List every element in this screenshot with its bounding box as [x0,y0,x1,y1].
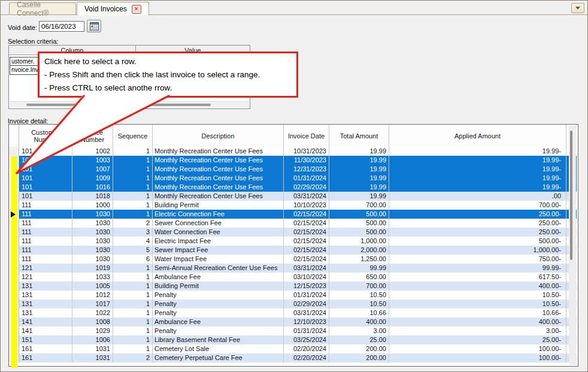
table-cell[interactable]: 250.00- [389,210,566,219]
table-cell[interactable]: 101 [19,156,72,165]
table-cell[interactable]: 1019 [72,264,113,273]
table-cell[interactable]: 617.50- [389,273,566,282]
table-cell[interactable]: 1031 [72,353,113,362]
table-cell[interactable]: 1 [113,309,153,317]
table-cell[interactable]: 101 [19,165,72,174]
table-cell[interactable]: 1030 [72,210,113,219]
table-cell[interactable]: 1018 [72,192,113,201]
table-cell[interactable]: Sewer Impact Fee [153,246,284,255]
table-cell[interactable]: 131 [19,300,72,309]
window-menu-button[interactable] [571,3,584,13]
table-cell[interactable]: 19.99- [389,147,566,156]
table-cell[interactable]: Electric Connection Fee [153,210,284,219]
table-row[interactable]: 16110311Cemetery Lot Sale02/20/2024200.0… [9,344,577,353]
table-cell[interactable]: 99.99 [329,264,389,273]
table-cell[interactable]: 1 [113,174,153,183]
table-cell[interactable]: 1 [113,317,153,326]
table-cell[interactable]: 1008 [72,317,113,326]
table-cell[interactable]: 10.50- [389,291,566,300]
table-cell[interactable]: 1 [113,300,153,309]
criteria-horizontal-scrollbar[interactable] [10,101,249,108]
table-cell[interactable]: Ambulance Fee [153,273,284,282]
table-cell[interactable]: 200.00 [329,344,389,353]
table-cell[interactable]: 121 [19,273,72,282]
table-cell[interactable]: 25.00- [389,335,566,344]
table-cell[interactable]: 101 [19,174,72,183]
table-cell[interactable]: 1002 [72,147,113,156]
table-cell[interactable]: 1022 [72,309,113,317]
table-cell[interactable]: Cemetery Perpetual Care Fee [153,353,284,362]
table-cell[interactable]: Building Permit [153,201,284,210]
table-cell[interactable]: 10.66 [329,309,389,317]
table-cell[interactable]: 4 [113,237,153,246]
table-cell[interactable]: 2 [113,219,153,228]
table-cell[interactable]: 19.99 [329,183,389,192]
column-header-applied-amount[interactable]: Applied Amount [389,125,566,147]
table-cell[interactable]: 131 [19,291,72,300]
table-cell[interactable]: 111 [19,255,72,264]
table-row[interactable]: 15110061Library Basement Rental Fee03/25… [9,335,577,344]
table-cell[interactable]: 01/31/2024 [284,291,329,300]
table-cell[interactable]: 25.00 [329,335,389,344]
table-row[interactable]: 13110171Penalty02/29/202410.5010.50- [9,300,577,309]
table-cell[interactable]: 10.50 [329,291,389,300]
table-cell[interactable]: 12/31/2023 [284,165,329,174]
table-cell[interactable]: 2,000.00 [329,246,389,255]
table-cell[interactable]: 12/10/2023 [284,317,329,326]
table-cell[interactable]: 1 [113,192,153,201]
scrollbar-thumb[interactable] [570,131,572,260]
table-cell[interactable]: 1030 [72,255,113,264]
table-cell[interactable]: 1 [113,264,153,273]
table-cell[interactable]: 141 [19,326,72,335]
table-cell[interactable]: 19.99- [389,165,566,174]
table-cell[interactable]: 1 [113,147,153,156]
table-cell[interactable]: 1 [113,165,153,174]
table-cell[interactable]: Penalty [153,291,284,300]
table-cell[interactable]: Ambulance Fee [153,317,284,326]
table-cell[interactable]: 02/15/2024 [284,219,329,228]
table-cell[interactable]: 111 [19,237,72,246]
table-cell[interactable]: 151 [19,335,72,344]
table-cell[interactable]: 10.66- [389,309,566,317]
table-cell[interactable]: 1 [113,273,153,282]
table-row[interactable]: 13110121Penalty01/31/202410.5010.50- [9,291,577,300]
table-cell[interactable]: 03/31/2024 [284,264,329,273]
table-cell[interactable]: 11/30/2023 [284,156,329,165]
table-cell[interactable]: 161 [19,353,72,362]
table-row[interactable]: 11110303Water Connection Fee02/15/202450… [9,228,577,237]
void-date-input[interactable] [39,21,84,32]
table-cell[interactable]: 12/15/2023 [284,282,329,291]
table-cell[interactable]: Library Basement Rental Fee [153,335,284,344]
table-cell[interactable]: 3.00- [389,326,566,335]
table-cell[interactable]: 10/31/2023 [284,147,329,156]
table-cell[interactable]: 1031 [72,344,113,353]
table-cell[interactable]: 141 [19,317,72,326]
table-cell[interactable]: 1007 [72,165,113,174]
table-cell[interactable]: Semi-Annual Recreation Center Use Fees [153,264,284,273]
table-cell[interactable]: 1,250.00 [329,255,389,264]
table-row[interactable]: 16110312Cemetery Perpetual Care Fee02/20… [9,353,577,362]
invoice-vertical-scrollbar[interactable] [569,126,576,365]
table-cell[interactable]: Penalty [153,309,284,317]
table-cell[interactable]: 101 [19,183,72,192]
table-cell[interactable]: 1012 [72,291,113,300]
table-cell[interactable]: 400.00- [389,282,566,291]
table-cell[interactable]: 1006 [72,335,113,344]
table-cell[interactable]: 02/20/2024 [284,344,329,353]
table-cell[interactable]: 99.99- [389,264,566,273]
table-cell[interactable]: 750.00- [389,255,566,264]
table-cell[interactable]: 19.99- [389,183,566,192]
table-cell[interactable]: 02/29/2024 [284,300,329,309]
table-cell[interactable]: 200.00 [329,353,389,362]
table-cell[interactable]: Penalty [153,300,284,309]
table-cell[interactable]: 650.00 [329,273,389,282]
column-header-invoice-number[interactable]: Invoice Number [72,125,113,147]
table-cell[interactable]: 1 [113,335,153,344]
column-header-invoice-date[interactable]: Invoice Date [284,125,329,147]
table-cell[interactable]: 100.00- [389,353,566,362]
row-selector-highlight[interactable] [11,156,17,368]
table-cell[interactable]: 19.99 [329,174,389,183]
table-row[interactable]: 14110081Ambulance Fee12/10/2023400.00400… [9,317,577,326]
tab-caselle-connect[interactable]: Caselle Connect® [9,2,76,14]
table-cell[interactable]: 19.99 [329,147,389,156]
